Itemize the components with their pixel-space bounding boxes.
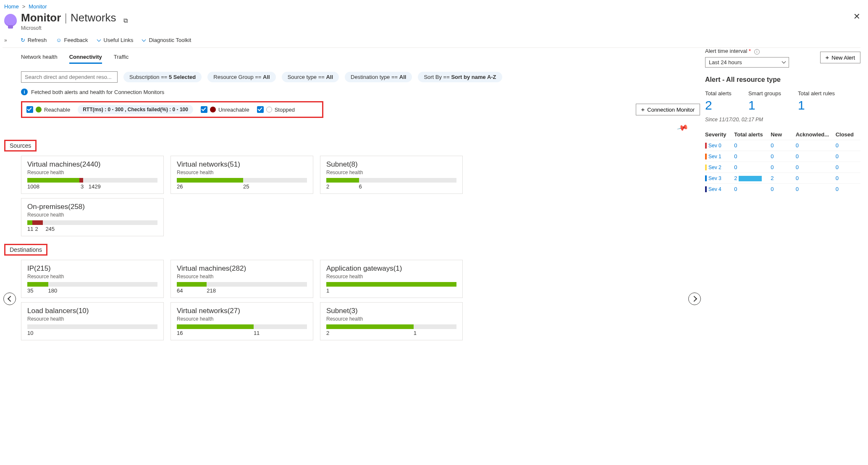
stopped-checkbox[interactable] — [257, 106, 264, 113]
card-subtitle: Resource health — [177, 316, 307, 322]
breadcrumb: Home > Monitor — [3, 3, 860, 10]
tab-connectivity[interactable]: Connectivity — [69, 54, 102, 64]
severity-row[interactable]: Sev 40000 — [705, 183, 860, 194]
resource-card[interactable]: IP(215)Resource health35180 — [21, 260, 164, 298]
tab-network-health[interactable]: Network health — [21, 54, 58, 64]
severity-cell: 0 — [796, 162, 836, 172]
prev-button[interactable] — [3, 293, 16, 305]
filter-resource-group[interactable]: Resource Group == All — [207, 72, 275, 82]
expand-nav-icon[interactable]: » — [4, 37, 7, 43]
interval-select[interactable]: Last 24 hours — [705, 57, 789, 68]
card-subtitle: Resource health — [27, 274, 157, 280]
unreachable-dot-icon — [210, 107, 216, 112]
legend-params[interactable]: RTT(ms) : 0 - 300 , Checks failed(%) : 0… — [78, 105, 193, 114]
refresh-button[interactable]: ↻Refresh — [21, 37, 47, 43]
since-text: Since 11/17/20, 02:17 PM — [705, 117, 860, 123]
severity-cell: 0 — [734, 162, 771, 172]
bar-value: 2 — [35, 226, 38, 232]
health-bar — [326, 282, 456, 287]
diagnostic-dropdown[interactable]: Diagnostic Toolkit — [142, 37, 191, 43]
stopped-label: Stopped — [275, 107, 295, 113]
severity-cell: 0 — [836, 140, 860, 151]
card-subtitle: Resource health — [27, 170, 157, 175]
card-subtitle: Resource health — [326, 316, 456, 322]
resource-card[interactable]: Virtual networks(27)Resource health1611 — [170, 302, 313, 340]
resource-card[interactable]: Load balancers(10)Resource health10 — [21, 302, 164, 340]
severity-row[interactable]: Sev 20000 — [705, 162, 860, 172]
search-input[interactable] — [21, 71, 118, 83]
bar-value: 1 — [414, 330, 417, 336]
info-icon: i — [21, 89, 28, 95]
bar-labels: 1 — [326, 287, 456, 295]
print-icon[interactable]: ⧉ — [123, 17, 128, 24]
severity-row[interactable]: Sev 00000 — [705, 140, 860, 151]
unreachable-label: Unreachable — [218, 107, 249, 113]
card-subtitle: Resource health — [326, 274, 456, 280]
section-sources-label: Sources — [4, 140, 37, 152]
filter-source-type[interactable]: Source type == All — [282, 72, 339, 82]
unreachable-checkbox[interactable] — [201, 106, 207, 113]
resource-card[interactable]: Virtual machines(2440)Resource health100… — [21, 156, 164, 194]
connection-monitor-button[interactable]: Connection Monitor — [636, 104, 700, 115]
tab-traffic[interactable]: Traffic — [114, 54, 128, 64]
severity-cell: 0 — [796, 173, 836, 183]
bar-labels: 1611 — [177, 330, 307, 337]
severity-cell: 0 — [734, 184, 771, 194]
kpi-alert-rules[interactable]: Total alert rules 1 — [798, 90, 835, 112]
resource-card[interactable]: On-premises(258)Resource health112245 — [21, 198, 164, 236]
info-message: i Fetched both alerts and health for Con… — [21, 89, 700, 95]
useful-links-dropdown[interactable]: Useful Links — [97, 37, 134, 43]
resource-card[interactable]: Application gateways(1)Resource health1 — [320, 260, 463, 298]
reachable-checkbox[interactable] — [26, 106, 33, 113]
kpi-smart-groups[interactable]: Smart groups 1 — [748, 90, 781, 112]
refresh-icon: ↻ — [21, 37, 25, 43]
severity-cell: 0 — [836, 173, 860, 183]
kpi-total-alerts[interactable]: Total alerts 2 — [705, 90, 732, 112]
monitor-icon — [4, 14, 17, 26]
page-section: Networks — [71, 11, 116, 24]
page-title: Monitor — [21, 11, 61, 24]
severity-chip: Sev 0 — [705, 143, 721, 149]
filter-destination-type[interactable]: Destination type == All — [345, 72, 412, 82]
severity-row[interactable]: Sev 32200 — [705, 172, 860, 183]
feedback-button[interactable]: ☺Feedback — [56, 37, 88, 43]
severity-chip: Sev 1 — [705, 154, 721, 159]
bar-value: 11 — [27, 226, 33, 232]
card-title: Subnet(3) — [326, 307, 456, 315]
filter-subscription[interactable]: Subscription == 5 Selected — [123, 72, 202, 82]
bar-labels: 21 — [326, 330, 456, 337]
card-row: IP(215)Resource health35180Virtual machi… — [21, 260, 700, 298]
toolbar: » ↻Refresh ☺Feedback Useful Links Diagno… — [3, 37, 860, 48]
resource-card[interactable]: Subnet(3)Resource health21 — [320, 302, 463, 340]
filter-row: Subscription == 5 Selected Resource Grou… — [21, 71, 700, 83]
resource-card[interactable]: Virtual machines(282)Resource health6421… — [170, 260, 313, 298]
breadcrumb-separator: > — [22, 3, 26, 10]
pin-icon[interactable]: 📌 — [677, 121, 689, 134]
chevron-down-icon — [142, 37, 146, 43]
severity-row[interactable]: Sev 10000 — [705, 151, 860, 162]
card-subtitle: Resource health — [27, 212, 157, 218]
resource-card[interactable]: Virtual networks(51)Resource health2625 — [170, 156, 313, 194]
new-alert-button[interactable]: New Alert — [820, 52, 860, 63]
close-icon[interactable]: ✕ — [853, 11, 860, 21]
bar-value: 180 — [48, 287, 58, 294]
severity-cell: 0 — [796, 184, 836, 194]
bar-value: 1008 — [27, 183, 39, 190]
alerts-heading: Alert - All resource type — [705, 76, 860, 84]
bar-value: 25 — [243, 183, 249, 190]
card-title: Load balancers(10) — [27, 307, 157, 315]
bar-value: 35 — [27, 287, 33, 294]
card-title: Virtual networks(27) — [177, 307, 307, 315]
health-bar — [177, 282, 307, 287]
resource-card[interactable]: Subnet(8)Resource health26 — [320, 156, 463, 194]
severity-cell: 0 — [836, 184, 860, 194]
breadcrumb-home[interactable]: Home — [4, 3, 19, 10]
breadcrumb-monitor[interactable]: Monitor — [29, 3, 47, 10]
info-icon[interactable]: i — [754, 49, 760, 55]
bar-value: 64 — [177, 287, 183, 294]
severity-cell: 0 — [836, 162, 860, 172]
card-title: On-premises(258) — [27, 203, 157, 211]
filter-sort-by[interactable]: Sort By == Sort by name A-Z — [418, 72, 502, 82]
health-bar — [326, 324, 456, 329]
health-bar — [177, 178, 307, 183]
